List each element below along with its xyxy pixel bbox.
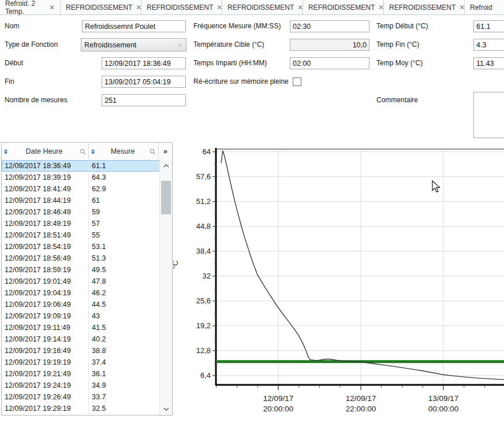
y-tick-label: 25,6 xyxy=(196,296,211,305)
cell-mesure: 53.1 xyxy=(89,241,160,253)
table-row[interactable]: 12/09/2017 19:14:1940.2 xyxy=(2,333,160,345)
table-row[interactable]: 12/09/2017 18:54:1953.1 xyxy=(2,241,160,253)
temp-moy-label: Temp Moy (°C) xyxy=(376,57,423,69)
table-row[interactable]: 12/09/2017 19:24:1934.9 xyxy=(2,380,160,391)
table-row[interactable]: 12/09/2017 19:06:4944.5 xyxy=(2,299,160,310)
cell-mesure: 38.8 xyxy=(89,345,160,357)
type-fonction-select[interactable]: Refroidissement ∨ xyxy=(81,38,186,51)
column-header-date-heure[interactable]: Date Heure xyxy=(2,143,89,160)
cell-date-heure: 12/09/2017 19:09:19 xyxy=(2,310,89,322)
tab-refroidissement-5[interactable]: REFROIDISSEMENT ✕ xyxy=(384,0,465,14)
tab-refroid-partial[interactable]: Refroid xyxy=(465,0,504,14)
chevron-down-icon[interactable]: ∨ xyxy=(174,39,185,50)
cell-date-heure: 12/09/2017 19:21:49 xyxy=(2,368,89,380)
sort-icon[interactable] xyxy=(91,149,95,154)
table-row[interactable]: 12/09/2017 18:56:4951.3 xyxy=(2,253,160,264)
table-row[interactable]: 12/09/2017 19:16:4938.8 xyxy=(2,345,160,357)
nom-input[interactable] xyxy=(82,20,186,32)
tab-bar: Refroid. 2 Temp. ✕ REFROIDISSEMENT ✕ REF… xyxy=(0,0,504,15)
fin-input[interactable] xyxy=(102,76,186,88)
table-row[interactable]: 12/09/2017 19:11:4941.5 xyxy=(2,322,160,333)
table-row[interactable]: 12/09/2017 18:46:4959 xyxy=(2,206,160,218)
tab-refroidissement-2[interactable]: REFROIDISSEMENT ✕ xyxy=(141,0,222,14)
reecriture-checkbox[interactable] xyxy=(293,77,301,86)
cell-date-heure: 12/09/2017 18:51:49 xyxy=(2,229,89,241)
temp-moy-input[interactable] xyxy=(473,57,504,69)
scrollbar-thumb[interactable] xyxy=(161,181,171,214)
table-scrollbar[interactable] xyxy=(159,160,172,415)
tab-label: REFROIDISSEMENT xyxy=(389,3,456,12)
table-row[interactable]: 12/09/2017 18:36:4961.1 xyxy=(2,160,160,172)
scroll-up-icon[interactable] xyxy=(160,161,172,170)
table-header: Date Heure Mesure » xyxy=(2,143,172,161)
temp-debut-label: Temp Début (°C) xyxy=(376,20,428,32)
table-row[interactable]: 12/09/2017 18:59:1949.5 xyxy=(2,264,160,276)
y-tick-label: 38,4 xyxy=(196,247,211,255)
table-row[interactable]: 12/09/2017 18:44:1961 xyxy=(2,195,160,206)
cell-mesure: 41.5 xyxy=(89,322,160,333)
tab-close-icon[interactable]: ✕ xyxy=(459,3,465,12)
fin-label: Fin xyxy=(5,76,14,88)
nombre-mesures-label: Nombre de mesures xyxy=(5,94,68,106)
search-icon[interactable] xyxy=(80,149,86,155)
frequence-label: Fréquence Mesure (MM:SS) xyxy=(193,20,281,32)
tab-label: REFROIDISSEMENT xyxy=(227,3,294,12)
commentaire-textarea[interactable] xyxy=(473,92,504,138)
series-Mesure xyxy=(221,151,504,380)
table-row[interactable]: 12/09/2017 18:41:4962.9 xyxy=(2,183,160,195)
type-fonction-label: Type de Fonction xyxy=(5,39,58,51)
tab-label: REFROIDISSEMENT xyxy=(147,3,213,12)
tab-close-icon[interactable]: ✕ xyxy=(216,3,222,12)
cell-mesure: 61.1 xyxy=(89,160,160,172)
tab-close-icon[interactable]: ✕ xyxy=(136,3,141,12)
temperature-cible-label: Température Cible (°C) xyxy=(193,39,264,51)
x-tick-time: 20:00:00 xyxy=(263,405,294,413)
table-row[interactable]: 12/09/2017 18:51:4955 xyxy=(2,229,160,241)
cell-mesure: 36.1 xyxy=(89,368,160,380)
tab-refroidissement-4[interactable]: REFROIDISSEMENT ✕ xyxy=(303,0,384,14)
tab-refroidissement-1[interactable]: REFROIDISSEMENT ✕ xyxy=(61,0,141,14)
table-row[interactable]: 12/09/2017 18:49:1957 xyxy=(2,218,160,229)
tab-close-icon[interactable]: ✕ xyxy=(297,3,303,12)
cell-date-heure: 12/09/2017 18:41:49 xyxy=(2,183,89,195)
nombre-mesures-input[interactable] xyxy=(102,94,186,106)
tab-refroidissement-3[interactable]: REFROIDISSEMENT ✕ xyxy=(222,0,303,14)
tab-label: Refroid. 2 Temp. xyxy=(5,0,46,16)
cell-mesure: 57 xyxy=(89,218,160,229)
table-row[interactable]: 12/09/2017 19:09:1943 xyxy=(2,310,160,322)
table-row[interactable]: 12/09/2017 19:26:4933.7 xyxy=(2,391,160,403)
cell-mesure: 34.9 xyxy=(89,380,160,391)
scroll-down-icon[interactable] xyxy=(160,405,172,414)
y-tick-label: 44,8 xyxy=(196,222,211,231)
cell-mesure: 44.5 xyxy=(89,299,160,310)
cell-date-heure: 12/09/2017 19:01:49 xyxy=(2,276,89,287)
measurements-table: Date Heure Mesure » 12/09/2017 18:36:496… xyxy=(1,142,173,415)
table-row[interactable]: 12/09/2017 19:29:1932.5 xyxy=(2,403,160,414)
cell-date-heure: 12/09/2017 19:11:49 xyxy=(2,322,89,333)
column-chooser-button[interactable]: » xyxy=(159,143,172,160)
sort-icon[interactable] xyxy=(4,149,8,154)
temperature-chart: 6457,651,244,838,43225,619,212,86,412/09… xyxy=(173,144,504,423)
table-row[interactable]: 12/09/2017 19:01:4947.8 xyxy=(2,276,160,287)
table-row[interactable]: 12/09/2017 19:19:1937.4 xyxy=(2,357,160,368)
temperature-cible-input[interactable] xyxy=(290,39,369,51)
temp-fin-input[interactable] xyxy=(473,39,504,51)
cell-mesure: 46.2 xyxy=(89,287,160,299)
table-row[interactable]: 12/09/2017 19:21:4936.1 xyxy=(2,368,160,380)
frequence-input[interactable] xyxy=(290,20,369,32)
cell-date-heure: 12/09/2017 18:56:49 xyxy=(2,253,89,264)
tab-close-icon[interactable]: ✕ xyxy=(49,3,55,12)
table-row[interactable]: 12/09/2017 18:39:1964.3 xyxy=(2,172,160,183)
y-tick-label: 6,4 xyxy=(200,371,211,380)
debut-input[interactable] xyxy=(102,57,186,69)
tab-refroid-2-temp[interactable]: Refroid. 2 Temp. ✕ xyxy=(0,0,61,14)
reecriture-label: Ré-écriture sur mémoire pleine xyxy=(193,76,289,88)
temp-debut-input[interactable] xyxy=(473,20,504,32)
cell-mesure: 51.3 xyxy=(89,253,160,264)
tab-close-icon[interactable]: ✕ xyxy=(378,3,384,12)
search-icon[interactable] xyxy=(150,149,156,155)
cell-mesure: 61 xyxy=(89,195,160,206)
table-row[interactable]: 12/09/2017 19:04:1946.2 xyxy=(2,287,160,299)
temps-imparti-input[interactable] xyxy=(290,57,369,69)
column-header-mesure[interactable]: Mesure xyxy=(89,143,159,160)
